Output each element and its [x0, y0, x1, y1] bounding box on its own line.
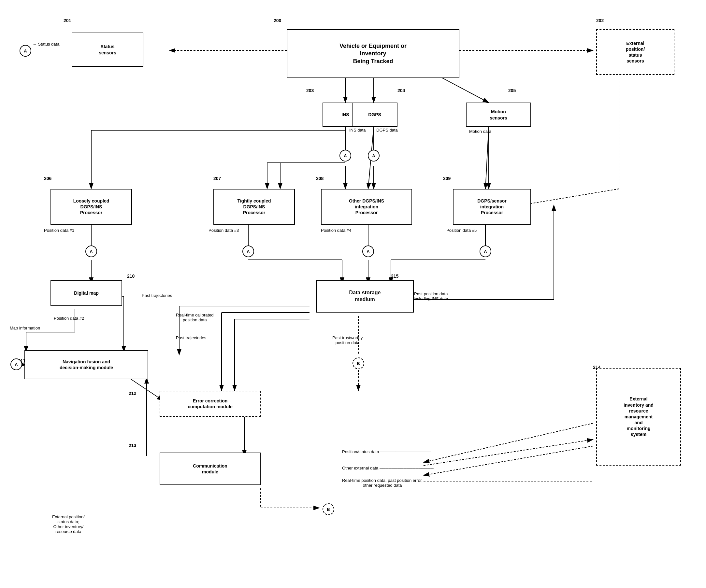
- svg-line-48: [424, 446, 593, 475]
- circle-a-dgps: A: [368, 150, 380, 162]
- past-trustworthy-label: Past trustworthyposition data: [332, 335, 363, 345]
- ins-data-label: INS data: [349, 128, 366, 132]
- ref-201: 201: [64, 18, 71, 23]
- external-pos-sensors-box: Externalposition/statussensors: [596, 29, 674, 75]
- real-time-pos-label: Real-time position data, past position e…: [342, 478, 423, 488]
- other-external-label: Other external data ──────────────────: [342, 466, 434, 470]
- past-traj-2-label: Past trajectories: [176, 335, 206, 340]
- ref-215: 215: [391, 274, 398, 279]
- svg-line-57: [485, 127, 489, 189]
- error-correction-box: Error correctioncomputation module: [160, 391, 261, 417]
- diagram-container: 200 201 202 203 204 205 206 207 208 209 …: [0, 0, 706, 588]
- circle-a-status: A: [19, 45, 31, 57]
- ref-212: 212: [129, 391, 136, 396]
- dgps-sensor-box: DGPS/sensorintegrationProcessor: [453, 189, 531, 225]
- circle-a-tightly: A: [242, 246, 254, 257]
- vehicle-box: Vehicle or Equipment orInventoryBeing Tr…: [287, 29, 459, 78]
- other-dgps-box: Other DGPS/INSintegrationProcessor: [321, 189, 412, 225]
- past-traj-1-label: Past trajectories: [142, 293, 172, 298]
- status-data-label: ← Status data: [33, 42, 59, 47]
- circle-b-comm: B: [322, 503, 334, 515]
- pos-data-5-label: Position data #5: [446, 228, 477, 233]
- dgps-data-label: DGPS data: [376, 128, 398, 132]
- ext-pos-status-bottom-label: External position/status data;Other inve…: [52, 514, 85, 534]
- pos-status-data-label: Position/status data ─────────────────: [342, 449, 431, 454]
- ref-206: 206: [44, 176, 51, 181]
- ref-204: 204: [397, 88, 405, 93]
- svg-line-47: [424, 439, 593, 466]
- communication-box: Communicationmodule: [160, 453, 261, 485]
- tightly-coupled-box: Tightly coupledDGPS/INSProcessor: [213, 189, 295, 225]
- ref-203: 203: [306, 88, 314, 93]
- pos-data-2-label: Position data #2: [54, 316, 84, 321]
- pos-data-4-label: Position data #4: [321, 228, 351, 233]
- ref-202: 202: [596, 18, 604, 23]
- ref-205: 205: [508, 88, 516, 93]
- motion-data-label: Motion data: [469, 129, 491, 134]
- motion-sensors-box: Motionsensors: [466, 102, 531, 127]
- svg-line-6: [437, 75, 489, 102]
- circle-a-loosely: A: [85, 246, 97, 257]
- loosely-coupled-box: Loosely coupledDGPS/INSProcessor: [50, 189, 132, 225]
- ref-207: 207: [213, 176, 221, 181]
- circle-a-ins: A: [340, 150, 351, 162]
- ref-208: 208: [316, 176, 323, 181]
- status-sensors-box: Statussensors: [72, 33, 143, 67]
- svg-line-41: [424, 423, 593, 462]
- external-inventory-box: Externalinventory andresourcemanagementa…: [596, 368, 681, 466]
- map-info-label: Map information: [10, 326, 40, 331]
- pos-data-3-label: Position data #3: [208, 228, 239, 233]
- circle-a-dgps-sensor: A: [479, 246, 491, 257]
- ref-210: 210: [127, 274, 134, 279]
- digital-map-box: Digital map: [50, 280, 122, 306]
- ref-213: 213: [129, 443, 136, 448]
- nav-fusion-box: Navigation fusion anddecision-making mod…: [25, 350, 148, 379]
- circle-a-other-dgps: A: [362, 246, 374, 257]
- svg-line-40: [521, 189, 619, 205]
- pos-data-1-label: Position data #1: [44, 228, 74, 233]
- ref-200: 200: [274, 18, 281, 23]
- real-time-cal-label: Real-time calibratedposition data: [176, 312, 214, 322]
- circle-a-nav-fusion: A: [10, 359, 22, 370]
- ref-209: 209: [443, 176, 450, 181]
- dgps-box: DGPS: [352, 102, 397, 127]
- past-pos-data-label: Past position dataincluding INS data: [414, 291, 448, 301]
- data-storage-box: Data storagemedium: [316, 280, 414, 312]
- circle-b-storage: B: [353, 358, 364, 369]
